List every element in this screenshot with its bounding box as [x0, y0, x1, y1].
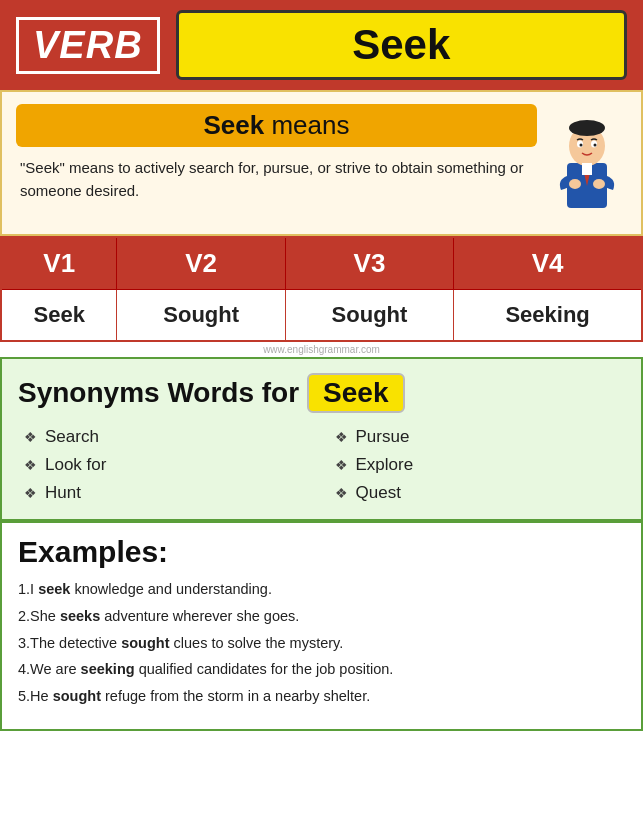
seek-means-section: Seek means "Seek" means to actively sear… [0, 90, 643, 236]
synonym-label: Hunt [45, 483, 81, 503]
v1-header: V1 [1, 237, 117, 290]
example-3: 3.The detective sought clues to solve th… [18, 633, 625, 655]
svg-point-5 [580, 144, 583, 147]
synonym-item-quest: ❖ Quest [335, 483, 626, 503]
seek-means-definition: "Seek" means to actively search for, pur… [16, 157, 537, 202]
synonym-item-lookfor: ❖ Look for [24, 455, 315, 475]
example-rest: adventure wherever she goes. [100, 608, 299, 624]
svg-point-2 [569, 120, 605, 136]
example-rest: knowledge and understanding. [70, 581, 272, 597]
synonym-item-pursue: ❖ Pursue [335, 427, 626, 447]
v2-header: V2 [117, 237, 285, 290]
example-prefix: 5.He [18, 688, 53, 704]
verb-title: Seek [352, 21, 450, 68]
synonyms-section: Synonyms Words for Seek ❖ Search ❖ Pursu… [0, 357, 643, 521]
example-4: 4.We are seeking qualified candidates fo… [18, 659, 625, 681]
synonyms-seek-highlight: Seek [307, 373, 404, 413]
watermark: www.englishgrammar.com [0, 342, 643, 357]
v4-value: Seeking [454, 290, 642, 342]
synonym-label: Search [45, 427, 99, 447]
verb-badge: VERB [16, 17, 160, 74]
example-rest: refuge from the storm in a nearby shelte… [101, 688, 370, 704]
synonyms-title-text: Synonyms Words for [18, 377, 299, 409]
seek-means-rest: means [264, 110, 349, 140]
header-bar: VERB Seek [0, 0, 643, 90]
synonym-item-search: ❖ Search [24, 427, 315, 447]
examples-section: Examples: 1.I seek knowledge and underst… [0, 521, 643, 731]
diamond-icon: ❖ [24, 457, 37, 473]
synonym-item-explore: ❖ Explore [335, 455, 626, 475]
example-1: 1.I seek knowledge and understanding. [18, 579, 625, 601]
v4-header: V4 [454, 237, 642, 290]
diamond-icon: ❖ [335, 485, 348, 501]
synonym-label: Look for [45, 455, 106, 475]
example-2: 2.She seeks adventure wherever she goes. [18, 606, 625, 628]
example-bold: seeks [60, 608, 100, 624]
example-5: 5.He sought refuge from the storm in a n… [18, 686, 625, 708]
diamond-icon: ❖ [335, 429, 348, 445]
v3-header: V3 [285, 237, 453, 290]
seek-means-content: Seek means "Seek" means to actively sear… [16, 104, 537, 202]
svg-point-10 [593, 179, 605, 189]
svg-point-9 [569, 179, 581, 189]
example-bold: sought [53, 688, 101, 704]
example-rest: clues to solve the mystery. [170, 635, 344, 651]
examples-title: Examples: [18, 535, 625, 569]
v1-value: Seek [1, 290, 117, 342]
synonym-label: Explore [356, 455, 414, 475]
v3-value: Sought [285, 290, 453, 342]
example-rest: qualified candidates for the job positio… [135, 661, 394, 677]
seek-means-title: Seek means [16, 104, 537, 147]
diamond-icon: ❖ [335, 457, 348, 473]
verb-forms-table: V1 V2 V3 V4 Seek Sought Sought Seeking [0, 236, 643, 342]
example-bold: sought [121, 635, 169, 651]
verb-forms-header-row: V1 V2 V3 V4 [1, 237, 642, 290]
synonyms-grid: ❖ Search ❖ Pursue ❖ Look for ❖ Explore ❖… [18, 427, 625, 503]
v2-value: Sought [117, 290, 285, 342]
synonym-label: Pursue [356, 427, 410, 447]
svg-rect-8 [582, 163, 592, 175]
example-bold: seek [38, 581, 70, 597]
examples-list: 1.I seek knowledge and understanding. 2.… [18, 579, 625, 708]
synonyms-title: Synonyms Words for Seek [18, 373, 625, 413]
synonym-item-hunt: ❖ Hunt [24, 483, 315, 503]
synonym-label: Quest [356, 483, 401, 503]
verb-forms-value-row: Seek Sought Sought Seeking [1, 290, 642, 342]
example-prefix: 4.We are [18, 661, 81, 677]
diamond-icon: ❖ [24, 429, 37, 445]
example-prefix: 2.She [18, 608, 60, 624]
example-prefix: 3.The detective [18, 635, 121, 651]
seek-means-word: Seek [204, 110, 265, 140]
example-bold: seeking [81, 661, 135, 677]
svg-point-6 [594, 144, 597, 147]
character-illustration [547, 108, 627, 222]
example-prefix: 1.I [18, 581, 38, 597]
diamond-icon: ❖ [24, 485, 37, 501]
verb-title-box: Seek [176, 10, 627, 80]
